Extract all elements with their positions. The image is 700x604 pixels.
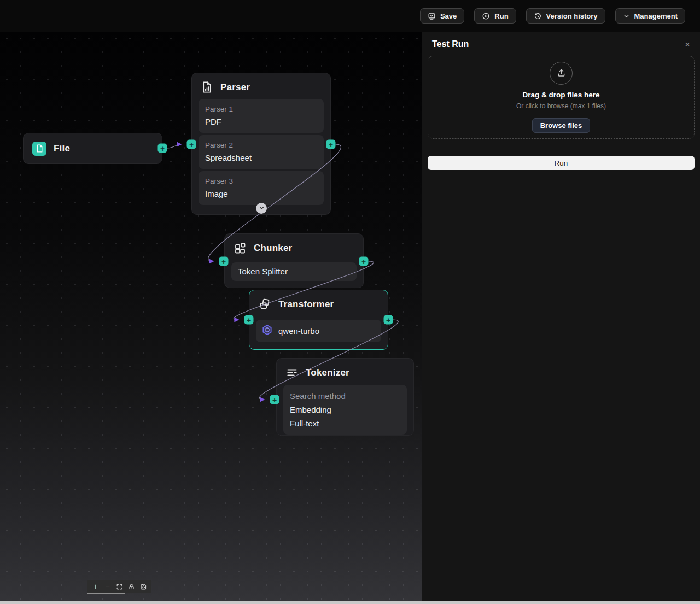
fit-view-icon <box>116 583 123 590</box>
close-icon: × <box>685 39 690 50</box>
upload-circle <box>550 62 573 85</box>
zoom-in-button[interactable]: + <box>90 580 101 593</box>
tokenizer-lines-icon <box>285 366 299 379</box>
panel-run-button[interactable]: Run <box>428 156 695 170</box>
chunker-option[interactable]: Token Splitter <box>231 262 357 281</box>
chevron-down-icon <box>623 13 630 20</box>
node-title: File <box>54 143 70 154</box>
parser-file-chart-icon <box>201 81 213 93</box>
node-chunker[interactable]: Chunker Token Splitter <box>224 233 364 288</box>
handle-transformer-source[interactable]: + <box>384 315 393 325</box>
panel-title: Test Run <box>432 39 469 49</box>
zoom-out-button[interactable]: − <box>102 580 113 593</box>
transformer-copy-icon <box>258 298 271 311</box>
save-label: Save <box>440 12 457 20</box>
topbar: Save Run Version history <box>0 0 700 32</box>
handle-transformer-target[interactable]: + <box>244 315 254 325</box>
file-icon <box>32 142 46 156</box>
plus-icon: + <box>160 144 165 152</box>
panel-header: Test Run × <box>422 32 700 55</box>
plus-icon: + <box>361 257 366 265</box>
fit-view-button[interactable] <box>114 580 125 593</box>
workflow-editor: Save Run Version history <box>0 0 700 604</box>
run-label: Run <box>494 12 508 20</box>
node-title: Tokenizer <box>306 367 349 378</box>
horizontal-scrollbar[interactable] <box>0 601 700 604</box>
chunker-grid-icon <box>234 242 247 255</box>
management-button[interactable]: Management <box>615 8 685 24</box>
handle-file-source[interactable]: + <box>158 144 167 153</box>
plus-icon: + <box>221 257 226 265</box>
version-history-button[interactable]: Version history <box>526 8 605 24</box>
handle-parser-target[interactable]: + <box>187 140 196 149</box>
node-title: Chunker <box>254 243 292 254</box>
node-transformer[interactable]: Transformer qwen-turbo <box>249 290 388 350</box>
parser-option[interactable]: Parser 1 PDF <box>199 99 324 133</box>
lock-button[interactable] <box>126 580 137 593</box>
history-clock-icon <box>534 12 542 20</box>
close-panel-button[interactable]: × <box>685 40 690 49</box>
dropzone-subtext: Or click to browse (max 1 files) <box>516 102 606 110</box>
file-dropzone[interactable]: Drag & drop files here Or click to brows… <box>428 56 695 139</box>
chevron-down-circle-icon <box>259 203 265 213</box>
node-tokenizer[interactable]: Tokenizer Search method Embedding Full-t… <box>276 358 414 436</box>
save-icon <box>428 12 436 20</box>
annotate-button[interactable] <box>138 580 149 593</box>
plus-icon: + <box>386 316 390 324</box>
plus-icon: + <box>93 582 97 591</box>
run-button[interactable]: Run <box>474 8 516 24</box>
parser-option[interactable]: Parser 2 Spreadsheet <box>199 135 324 169</box>
minus-icon: − <box>105 582 109 591</box>
handle-tokenizer-target[interactable]: + <box>270 395 279 404</box>
edit-note-icon <box>140 583 147 590</box>
handle-parser-source[interactable]: + <box>326 140 336 149</box>
browse-files-button[interactable]: Browse files <box>532 118 591 133</box>
transformer-model[interactable]: qwen-turbo <box>256 320 381 342</box>
plus-icon: + <box>329 140 333 148</box>
version-history-label: Version history <box>546 12 598 20</box>
plus-icon: + <box>272 396 277 403</box>
node-title: Transformer <box>278 299 334 310</box>
plus-icon: + <box>247 316 251 324</box>
dropzone-heading: Drag & drop files here <box>522 91 599 99</box>
node-title: Parser <box>220 82 250 93</box>
parser-option[interactable]: Parser 3 Image <box>199 171 324 205</box>
play-circle-icon <box>482 12 490 20</box>
handle-chunker-target[interactable]: + <box>219 257 229 266</box>
node-file[interactable]: File <box>23 133 162 164</box>
canvas-controls: + − <box>88 580 151 593</box>
upload-icon <box>556 67 567 80</box>
pipeline-canvas[interactable]: File Parser Parser 1 PDF Parser 2 Spread… <box>0 32 422 604</box>
test-run-panel: Test Run × Drag & drop files here Or cli… <box>422 32 700 604</box>
lock-icon <box>128 583 135 590</box>
edge-file-parser <box>167 144 182 148</box>
qwen-logo-icon <box>261 324 273 338</box>
parser-collapse-button[interactable] <box>256 203 267 214</box>
save-button[interactable]: Save <box>420 8 464 24</box>
plus-icon: + <box>189 140 194 148</box>
management-label: Management <box>634 12 678 20</box>
handle-chunker-source[interactable]: + <box>359 257 369 266</box>
node-parser[interactable]: Parser Parser 1 PDF Parser 2 Spreadsheet… <box>191 73 331 215</box>
tokenizer-search-method[interactable]: Search method Embedding Full-text <box>283 385 407 435</box>
